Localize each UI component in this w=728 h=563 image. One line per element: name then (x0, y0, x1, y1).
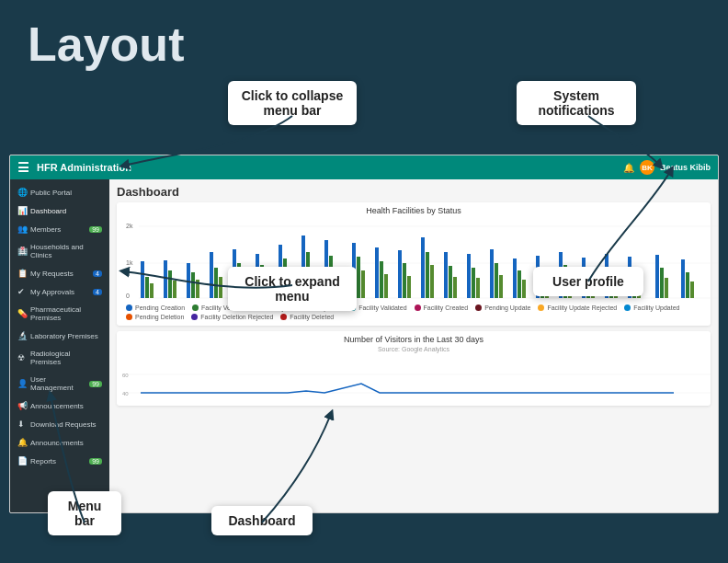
app-brand: HFR Administration (37, 162, 623, 173)
sidebar-item-households[interactable]: 🏥 Households and Clinics (10, 238, 109, 264)
sidebar-item-my-approvals[interactable]: ✔ My Approvals 4 (10, 282, 109, 301)
dashboard-callout: Dashboard (211, 506, 313, 535)
chart2-title: Number of Visitors in the Last 30 days (122, 335, 705, 344)
svg-rect-10 (164, 260, 167, 298)
chart1-legend: Pending Creation Facility Verified Sanit… (122, 303, 705, 322)
download-icon: ⬇ (17, 419, 27, 429)
sidebar-item-download[interactable]: ⬇ Download Requests (10, 415, 109, 433)
resources-icon: 🔔 (17, 438, 27, 447)
requests-badge: 4 (93, 270, 102, 277)
svg-rect-71 (518, 270, 521, 298)
legend-update-rejected: Facility Update Rejected (538, 304, 617, 311)
svg-rect-7 (145, 277, 149, 298)
sidebar-item-members[interactable]: 👥 Members 99 (10, 220, 109, 238)
chart2-subtitle: Source: Google Analytics (122, 346, 705, 352)
svg-rect-60 (453, 277, 457, 298)
reports-badge: 99 (89, 458, 102, 465)
svg-rect-47 (380, 261, 383, 298)
svg-rect-59 (449, 266, 452, 298)
legend-facility-updated: Facility Updated (624, 304, 679, 311)
sidebar-item-user-mgmt[interactable]: 👤 User Management 99 (10, 371, 109, 396)
legend-facility-deleted: Facility Deleted (280, 314, 334, 320)
user-mgmt-icon: 👤 (17, 379, 27, 388)
header-icons: 🔔 BK Beatus Kibib (623, 160, 711, 175)
visitors-chart-svg: 40 60 (122, 356, 711, 402)
svg-rect-100 (690, 282, 694, 298)
sidebar-item-radiological[interactable]: ☢ Radiological Premises (10, 345, 109, 371)
svg-rect-67 (495, 263, 498, 298)
svg-rect-50 (398, 250, 402, 298)
svg-rect-19 (214, 268, 218, 298)
svg-rect-46 (375, 247, 379, 298)
expand-menu-callout: Click to expandmenu (228, 267, 357, 311)
legend-pending-update: Pending Update (475, 304, 530, 311)
chart-health-facilities: Health Facilities by Status 2k 1k 0 (117, 202, 711, 326)
app-body: 🌐 Public Portal 📊 Dashboard 👥 Members 99… (10, 179, 718, 512)
sidebar-item-lab[interactable]: 🔬 Laboratory Premises (10, 327, 109, 345)
svg-rect-63 (472, 268, 475, 298)
svg-rect-43 (357, 257, 360, 298)
app-header: ☰ HFR Administration 🔔 BK Beatus Kibib (10, 155, 718, 179)
page-title: Dashboard (117, 185, 711, 199)
sidebar-item-pharma[interactable]: 💊 Pharmaceutical Premises (10, 301, 109, 327)
svg-text:1k: 1k (126, 259, 133, 266)
username-label: Beatus Kibib (660, 163, 711, 172)
collapse-menu-callout: Click to collapse menu bar (228, 81, 357, 125)
members-icon: 👥 (17, 224, 27, 234)
hospital-icon: 🏥 (17, 247, 27, 256)
dashboard-icon: 📊 (17, 206, 27, 215)
chart-visitors: Number of Visitors in the Last 30 days S… (117, 331, 711, 406)
user-avatar[interactable]: BK (640, 160, 654, 175)
svg-rect-94 (655, 255, 659, 298)
svg-rect-56 (430, 265, 434, 298)
app-sidebar: 🌐 Public Portal 📊 Dashboard 👥 Members 99… (10, 179, 109, 512)
legend-pending-deletion: Pending Deletion (126, 314, 184, 320)
chart1-title: Health Facilities by Status (122, 206, 705, 215)
svg-rect-58 (444, 252, 448, 298)
svg-rect-96 (665, 278, 668, 298)
svg-rect-54 (421, 237, 425, 298)
svg-rect-98 (681, 259, 685, 298)
svg-rect-18 (210, 252, 213, 298)
menu-bar-callout: Menubar (48, 491, 121, 535)
sidebar-item-dashboard[interactable]: 📊 Dashboard (10, 201, 109, 220)
globe-icon: 🌐 (17, 188, 27, 197)
approvals-icon: ✔ (17, 287, 27, 296)
reports-icon: 📄 (17, 456, 27, 465)
svg-rect-48 (384, 274, 388, 298)
svg-rect-95 (660, 268, 664, 298)
svg-rect-70 (513, 259, 517, 298)
sidebar-item-resources[interactable]: 🔔 Announcements (10, 433, 109, 452)
pharma-icon: 💊 (17, 309, 27, 318)
svg-rect-44 (361, 270, 365, 298)
svg-rect-64 (476, 278, 480, 298)
sidebar-item-reports[interactable]: 📄 Reports 99 (10, 452, 109, 470)
svg-rect-72 (522, 280, 526, 298)
app-screenshot: ☰ HFR Administration 🔔 BK Beatus Kibib 🌐… (9, 155, 719, 513)
svg-rect-51 (403, 263, 406, 298)
sidebar-item-my-requests[interactable]: 📋 My Requests 4 (10, 264, 109, 282)
notification-bell-icon[interactable]: 🔔 (623, 163, 634, 173)
svg-rect-62 (467, 254, 471, 298)
slide-background: Layout Click to collapse menu bar System… (0, 0, 728, 563)
lab-icon: 🔬 (17, 331, 27, 340)
app-main: Dashboard Health Facilities by Status 2k… (109, 179, 718, 512)
svg-rect-52 (407, 276, 411, 298)
sidebar-item-announcements[interactable]: 📢 Announcements (10, 396, 109, 415)
hamburger-icon[interactable]: ☰ (17, 160, 29, 175)
svg-text:2k: 2k (126, 223, 133, 229)
svg-rect-55 (426, 252, 429, 298)
system-notifications-callout: Systemnotifications (517, 81, 636, 125)
approvals-badge: 4 (93, 289, 102, 295)
svg-text:60: 60 (122, 373, 129, 378)
legend-pending-creation: Pending Creation (126, 304, 185, 311)
svg-rect-99 (686, 272, 689, 298)
members-badge: 99 (89, 226, 102, 233)
sidebar-item-public-portal[interactable]: 🌐 Public Portal (10, 183, 109, 201)
svg-text:40: 40 (122, 391, 129, 396)
svg-rect-14 (187, 263, 190, 298)
legend-facility-created: Facility Created (415, 304, 469, 311)
slide-title: Layout (28, 17, 184, 72)
svg-rect-8 (150, 283, 154, 298)
svg-rect-12 (173, 281, 176, 298)
